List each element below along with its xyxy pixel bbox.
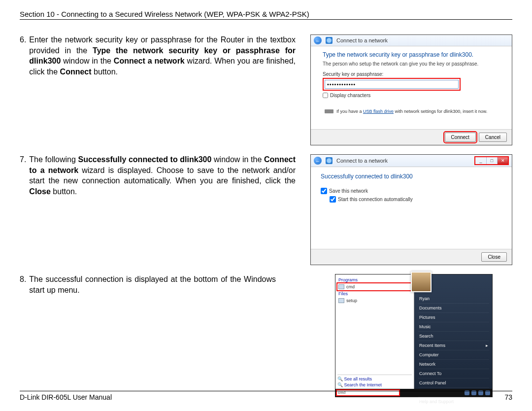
step-7-text: 7. The following Successfully connected …: [20, 154, 296, 197]
page-header: Section 10 - Connecting to a Secured Wir…: [20, 10, 512, 20]
start-menu-right: Ryan Documents Pictures Music Search Rec…: [414, 274, 492, 397]
step-7-number: 7.: [20, 154, 26, 197]
network-icon: [326, 37, 332, 44]
item-label: cmd: [346, 284, 355, 289]
program-item-cmd[interactable]: cmd: [337, 283, 412, 290]
app-icon: [338, 284, 344, 289]
cancel-button[interactable]: Cancel: [479, 133, 507, 142]
minimize-button[interactable]: _: [475, 157, 486, 164]
manual-title: D-Link DIR-605L User Manual: [20, 393, 112, 401]
start-menu-footer-links: 🔍 See all results 🔍 Search the Internet: [337, 375, 412, 388]
menu-item[interactable]: Ryan: [418, 294, 489, 304]
display-characters-row[interactable]: Display characters: [323, 93, 504, 98]
text-bold: Connect: [60, 68, 92, 76]
menu-item[interactable]: Recent Items▸: [418, 341, 489, 350]
menu-item[interactable]: Computer: [418, 350, 489, 360]
dialog-titlebar: ← Connect to a network: [311, 35, 512, 46]
passphrase-highlight: [323, 78, 461, 91]
back-icon[interactable]: ←: [314, 36, 322, 44]
step-8-text: 8. The successful connection is displaye…: [20, 274, 276, 295]
close-dialog-button[interactable]: Close: [481, 252, 507, 262]
page-footer: D-Link DIR-605L User Manual 73: [20, 391, 512, 401]
usb-hint: If you have a USB flash drive with netwo…: [323, 109, 504, 114]
save-network-label: Save this network: [329, 188, 368, 194]
save-network-row[interactable]: Save this network: [321, 188, 504, 194]
display-characters-checkbox[interactable]: [323, 93, 328, 98]
menu-item[interactable]: Documents: [418, 304, 489, 313]
dialog-connect-passphrase: ← Connect to a network Type the network …: [310, 34, 512, 145]
step-8-number: 8.: [20, 274, 26, 295]
passphrase-input[interactable]: [325, 80, 459, 89]
text-bold: Connect a network: [114, 57, 185, 65]
dialog-title: Connect to a network: [336, 158, 388, 164]
menu-item[interactable]: Network: [418, 360, 489, 369]
file-item-setup[interactable]: setup: [337, 297, 412, 304]
item-label: setup: [346, 298, 357, 303]
menu-item[interactable]: Search: [418, 332, 489, 341]
start-menu: Programs cmd Files setup 🔍 See all resul…: [335, 274, 493, 397]
avatar: [411, 272, 432, 292]
text: button.: [51, 187, 77, 196]
text: The successful connection is displayed a…: [29, 275, 276, 294]
dialog-connected: ← Connect to a network _ □ ✕ Successfull…: [310, 154, 512, 265]
usb-icon: [325, 109, 333, 113]
text: window in the: [61, 57, 113, 65]
see-all-results-link[interactable]: 🔍 See all results: [337, 376, 412, 382]
page-number: 73: [504, 393, 512, 401]
close-button[interactable]: ✕: [497, 157, 508, 164]
window-controls-highlight: _ □ ✕: [474, 156, 509, 165]
usb-flash-drive-link[interactable]: USB flash drive: [363, 109, 394, 114]
step-6-text: 6. Enter the network security key or pas…: [20, 34, 296, 77]
connect-button[interactable]: Connect: [445, 133, 476, 142]
autostart-checkbox[interactable]: [330, 196, 336, 203]
dialog-title: Connect to a network: [336, 37, 388, 43]
text: The following: [29, 155, 78, 164]
dialog-heading: Type the network security key or passphr…: [323, 51, 504, 58]
network-icon: [326, 157, 332, 164]
search-internet-link[interactable]: 🔍 Search the Internet: [337, 382, 412, 388]
menu-item[interactable]: Control Panel: [418, 378, 489, 388]
menu-item[interactable]: Connect To: [418, 369, 489, 378]
menu-item[interactable]: Pictures: [418, 313, 489, 322]
text: If you have a: [336, 109, 363, 114]
step-6-number: 6.: [20, 34, 26, 77]
text-bold: Close: [29, 187, 51, 196]
dialog-subtext: The person who setup the network can giv…: [323, 61, 504, 67]
dialog-footer: Connect Cancel: [311, 129, 512, 145]
autostart-label: Start this connection automatically: [338, 197, 413, 202]
programs-header: Programs: [338, 277, 412, 282]
back-icon[interactable]: ←: [314, 157, 322, 165]
start-menu-left: Programs cmd Files setup 🔍 See all resul…: [335, 274, 414, 397]
text: window in the: [211, 155, 264, 164]
save-network-checkbox[interactable]: [321, 188, 327, 194]
dialog-heading: Successfully connected to dlink300: [321, 173, 504, 180]
file-icon: [338, 298, 344, 303]
files-header: Files: [338, 291, 412, 296]
autostart-row[interactable]: Start this connection automatically: [330, 196, 504, 203]
dialog-footer: Close: [311, 249, 512, 265]
display-characters-label: Display characters: [330, 93, 370, 98]
chevron-right-icon: ▸: [486, 343, 488, 348]
text: button.: [92, 68, 118, 76]
passphrase-label: Security key or passphrase:: [323, 71, 504, 77]
maximize-button[interactable]: □: [486, 157, 497, 164]
dialog-titlebar: ← Connect to a network _ □ ✕: [311, 155, 512, 167]
menu-item[interactable]: Music: [418, 322, 489, 332]
text: with network settings for dlink300, inse…: [394, 109, 487, 114]
text-bold: Successfully connected to dlink300: [78, 155, 211, 164]
